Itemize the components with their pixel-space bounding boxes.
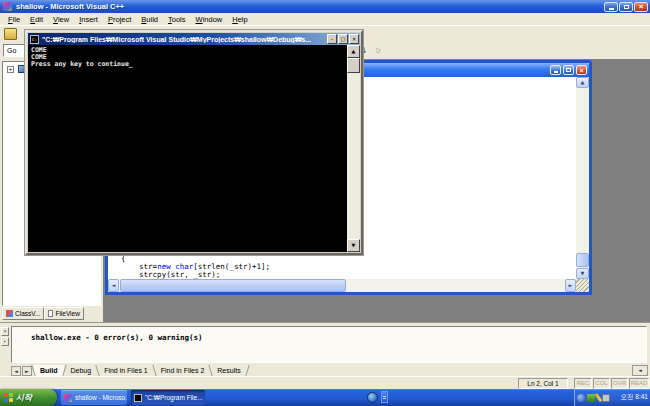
scroll-left-icon[interactable]: ◄ (108, 279, 119, 292)
console-scrollbar[interactable]: ▲ ▼ (347, 45, 360, 252)
output-tab-debug[interactable]: Debug (65, 365, 98, 377)
tab-scroll-right-icon[interactable]: ► (22, 366, 32, 376)
tab-scroll-left-icon[interactable]: ◄ (11, 366, 21, 376)
menu-tools[interactable]: Tools (163, 15, 191, 24)
console-line: Press any key to continue_ (31, 61, 348, 68)
cursor-position: Ln 2, Col 1 (518, 378, 568, 389)
main-title-bar[interactable]: shallow - Microsoft Visual C++ × (0, 0, 650, 13)
output-dock-button[interactable]: ▪ (1, 337, 9, 346)
status-indicators: RECCOLOVRREAD (574, 378, 649, 389)
output-close-button[interactable]: × (1, 327, 9, 336)
visual-cpp-icon (3, 2, 12, 11)
console-output[interactable]: COMECOMEPress any key to continue_ (28, 45, 348, 252)
menu-build[interactable]: Build (136, 15, 163, 24)
console-window: C: "C:₩Program Files₩Microsoft Visual St… (25, 30, 363, 255)
menu-window[interactable]: Window (191, 15, 228, 24)
console-minimize-button[interactable]: - (327, 34, 337, 44)
console-line: COME (31, 47, 348, 54)
console-prompt-icon: C: (30, 35, 39, 44)
restore-icon (624, 5, 629, 9)
messenger-icon[interactable] (577, 394, 585, 402)
system-tray: 오전 8:41 (574, 389, 650, 406)
scroll-down-icon[interactable]: ▼ (347, 239, 360, 252)
tree-expand-icon[interactable]: + (7, 66, 14, 73)
close-icon: × (579, 67, 583, 74)
console-title: "C:₩Program Files₩Microsoft Visual Studi… (42, 36, 325, 43)
menu-bar: FileEditViewInsertProjectBuildToolsWindo… (0, 13, 650, 26)
menu-view[interactable]: View (48, 15, 74, 24)
scroll-down-icon[interactable]: ▼ (576, 268, 589, 279)
class-combo-value: Go (7, 47, 16, 54)
task-label: shallow - Microso... (75, 394, 127, 401)
workspace-tab-classv[interactable]: ClassV... (2, 307, 44, 320)
output-tab-find-in-files-2[interactable]: Find in Files 2 (155, 365, 211, 377)
editor-maximize-button[interactable] (563, 65, 574, 75)
indicator-rec: REC (574, 378, 592, 389)
console-close-button[interactable]: × (349, 34, 359, 44)
editor-close-button[interactable]: × (576, 65, 587, 75)
main-window-title: shallow - Microsoft Visual C++ (16, 2, 124, 11)
indicator-col: COL (593, 378, 610, 389)
language-options-icon[interactable] (381, 391, 388, 403)
close-icon: × (639, 3, 644, 11)
windows-logo-icon (4, 393, 13, 402)
start-button[interactable]: 시작 (0, 389, 57, 406)
workspace-tab-label: ClassV... (15, 310, 40, 317)
desktop: shallow - Microsoft Visual C++ × FileEdi… (0, 0, 650, 406)
workspace-tabs: ClassV...FileView (2, 307, 84, 320)
indicator-ovr: OVR (611, 378, 628, 389)
visual-cpp-icon (64, 394, 72, 402)
open-file-icon[interactable] (4, 28, 17, 40)
workspace-tab-fileview[interactable]: FileView (44, 307, 83, 320)
scroll-up-icon[interactable]: ▲ (347, 45, 360, 58)
editor-horizontal-scrollbar[interactable]: ◄ ► (108, 279, 576, 292)
resize-grip[interactable] (576, 279, 589, 292)
menu-file[interactable]: File (3, 15, 25, 24)
workspace-tab-label: FileView (55, 310, 79, 317)
code-line: strcpy(str, _str); (121, 271, 270, 279)
menu-project[interactable]: Project (103, 15, 136, 24)
editor-minimize-button[interactable] (550, 65, 561, 75)
tab-scroll-left-icon[interactable]: ◄ (632, 365, 648, 376)
taskbar-task-c-program-file[interactable]: "C:₩Program File... (131, 390, 205, 405)
scroll-up-icon[interactable]: ▲ (576, 77, 589, 88)
classview-icon (6, 310, 13, 317)
indicator-read: READ (629, 378, 649, 389)
fileview-icon (48, 310, 53, 317)
display-icon[interactable] (602, 394, 610, 402)
taskbar-task-shallow-microso[interactable]: shallow - Microso... (61, 390, 127, 405)
status-bar: Ln 2, Col 1 RECCOLOVRREAD (0, 376, 650, 389)
console-icon (134, 394, 142, 402)
restore-button[interactable] (619, 2, 633, 12)
scrollbar-thumb[interactable] (347, 58, 360, 73)
taskbar: 시작 shallow - Microso..."C:₩Program File.… (0, 389, 650, 406)
task-label: "C:₩Program File... (145, 394, 203, 401)
minimize-icon (554, 71, 558, 73)
scrollbar-thumb[interactable] (120, 279, 346, 292)
close-button[interactable]: × (634, 2, 648, 12)
build-result-message: shallow.exe - 0 error(s), 0 warning(s) (31, 333, 203, 342)
menu-edit[interactable]: Edit (25, 15, 48, 24)
build-output-pane[interactable]: shallow.exe - 0 error(s), 0 warning(s) (11, 326, 647, 363)
output-window: × ▪ shallow.exe - 0 error(s), 0 warning(… (0, 322, 650, 376)
output-tab-find-in-files-1[interactable]: Find in Files 1 (98, 365, 154, 377)
output-tab-results[interactable]: Results (211, 365, 246, 377)
menu-insert[interactable]: Insert (74, 15, 103, 24)
scrollbar-thumb[interactable] (576, 253, 589, 267)
console-maximize-button[interactable]: □ (338, 34, 348, 44)
language-bar (367, 391, 388, 403)
scroll-right-icon[interactable]: ► (565, 279, 576, 292)
menu-help[interactable]: Help (227, 15, 252, 24)
wizard-action-hand-icon[interactable]: ☞ (372, 44, 386, 57)
editor-vertical-scrollbar[interactable]: ▲ ▼ (576, 77, 589, 279)
minimize-icon (609, 8, 614, 10)
start-label: 시작 (16, 392, 32, 403)
maximize-icon (566, 68, 571, 72)
minimize-button[interactable] (604, 2, 618, 12)
clock: 오전 8:41 (621, 393, 648, 402)
output-tab-build[interactable]: Build (34, 365, 64, 377)
console-title-bar[interactable]: C: "C:₩Program Files₩Microsoft Visual St… (28, 33, 360, 45)
language-globe-icon[interactable] (367, 392, 378, 403)
